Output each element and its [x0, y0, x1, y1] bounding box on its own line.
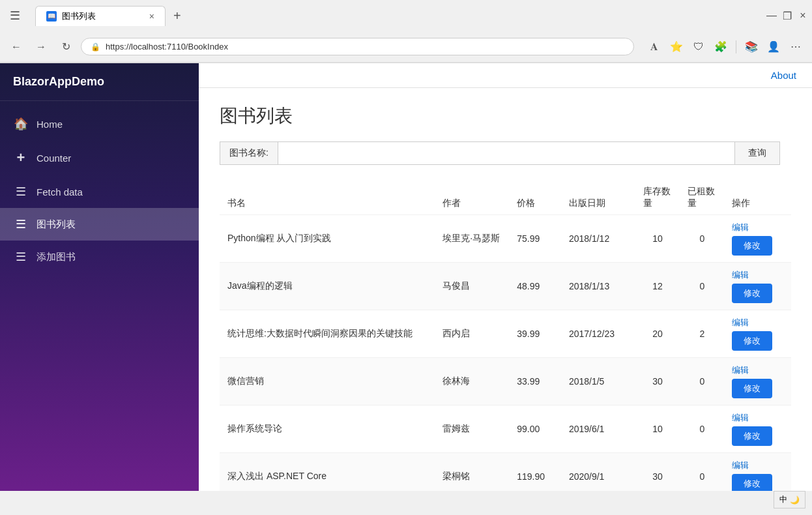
reader-mode-btn[interactable]: 𝐀: [645, 37, 664, 57]
url-text: https://localhost:7110/BookIndex: [106, 42, 228, 52]
table-header-row: 书名 作者 价格 出版日期 库存数 量 已租数: [220, 181, 791, 215]
browser-tab[interactable]: 📖 图书列表 ×: [35, 6, 166, 26]
sidebar-item-fetch-label: Fetch data: [36, 186, 83, 198]
content-area: 图书列表 图书名称: 查询 书名 作者 价格 出版日期: [199, 88, 812, 491]
page-title: 图书列表: [220, 104, 791, 128]
search-button[interactable]: 查询: [734, 142, 779, 164]
browser-chrome: ☰ 📖 图书列表 × + — ❐ × ← → ↻ 🔒 https://local…: [0, 0, 812, 63]
sidebar-toggle-btn[interactable]: ☰: [5, 6, 25, 25]
edit-link[interactable]: 编辑: [732, 222, 749, 233]
more-btn[interactable]: ⋯: [786, 37, 805, 57]
ime-indicator: 中 🌙: [774, 491, 805, 508]
book-list-icon: ☰: [13, 217, 29, 231]
separator: [736, 40, 736, 53]
lock-icon: 🔒: [91, 42, 100, 52]
th-date: 出版日期: [561, 181, 635, 215]
book-price: 39.99: [509, 310, 561, 358]
edit-link[interactable]: 编辑: [732, 460, 749, 471]
favorites-icon-btn[interactable]: ⭐: [667, 37, 686, 57]
sidebar: BlazorAppDemo 🏠 Home + Counter ☰ Fetch d…: [0, 63, 199, 491]
edit-link[interactable]: 编辑: [732, 269, 749, 281]
sidebar-item-book-list[interactable]: ☰ 图书列表: [0, 208, 199, 241]
minimize-btn[interactable]: —: [768, 12, 776, 20]
sidebar-item-add-book[interactable]: ☰ 添加图书: [0, 241, 199, 273]
url-bar[interactable]: 🔒 https://localhost:7110/BookIndex: [81, 38, 634, 55]
book-author: 雷姆兹: [435, 405, 509, 453]
shield-icon-btn[interactable]: 🛡: [689, 37, 708, 57]
book-price: 48.99: [509, 263, 561, 310]
book-date: 2018/1/5: [561, 358, 635, 405]
book-actions: 编辑 修改: [724, 405, 791, 453]
modify-button[interactable]: 修改: [732, 379, 772, 398]
back-btn[interactable]: ←: [7, 37, 26, 57]
sidebar-nav: 🏠 Home + Counter ☰ Fetch data ☰ 图书列表 ☰ 添…: [0, 101, 199, 280]
modify-button[interactable]: 修改: [732, 284, 772, 303]
restore-btn[interactable]: ❐: [783, 12, 791, 20]
book-rented: 0: [680, 405, 724, 453]
collections-btn[interactable]: 📚: [742, 37, 761, 57]
th-rented-label: 已租数 量: [688, 186, 716, 209]
sidebar-item-add-book-label: 添加图书: [36, 251, 76, 263]
book-stock: 10: [635, 215, 680, 263]
sidebar-item-fetch-data[interactable]: ☰ Fetch data: [0, 175, 199, 208]
modify-button[interactable]: 修改: [732, 236, 772, 256]
book-price: 99.00: [509, 405, 561, 453]
plus-icon: +: [13, 149, 29, 166]
modify-button[interactable]: 修改: [732, 331, 772, 351]
th-stock-label: 库存数 量: [643, 186, 672, 209]
sidebar-item-home-label: Home: [36, 119, 63, 130]
app-container: BlazorAppDemo 🏠 Home + Counter ☰ Fetch d…: [0, 63, 812, 491]
fetch-data-icon: ☰: [13, 184, 29, 199]
book-stock: 30: [635, 453, 680, 492]
sidebar-item-counter-label: Counter: [36, 153, 71, 164]
extensions-btn[interactable]: 🧩: [711, 37, 731, 57]
sidebar-brand: BlazorAppDemo: [0, 63, 199, 101]
profile-btn[interactable]: 👤: [764, 37, 783, 57]
book-title: 微信营销: [220, 358, 435, 405]
edit-link[interactable]: 编辑: [732, 412, 749, 424]
sidebar-item-counter[interactable]: + Counter: [0, 140, 199, 175]
th-author: 作者: [435, 181, 509, 215]
about-link[interactable]: About: [771, 70, 796, 81]
book-actions: 编辑 修改: [724, 215, 791, 263]
book-rented: 0: [680, 453, 724, 492]
th-price: 价格: [509, 181, 561, 215]
main-content: About 图书列表 图书名称: 查询 书名 作者 价格 出版日期: [199, 63, 812, 491]
th-action: 操作: [724, 181, 791, 215]
book-title: Python编程 从入门到实践: [220, 215, 435, 263]
tab-title: 图书列表: [62, 10, 96, 22]
book-title: 深入浅出 ASP.NET Core: [220, 453, 435, 492]
table-row: 深入浅出 ASP.NET Core 梁桐铭 119.90 2020/9/1 30…: [220, 453, 791, 492]
book-table: 书名 作者 价格 出版日期 库存数 量 已租数: [220, 181, 791, 491]
book-author: 西内启: [435, 310, 509, 358]
book-date: 2020/9/1: [561, 453, 635, 492]
title-bar: ☰ 📖 图书列表 × + — ❐ ×: [0, 0, 812, 31]
add-book-icon: ☰: [13, 250, 29, 264]
book-actions: 编辑 修改: [724, 310, 791, 358]
book-rented: 2: [680, 310, 724, 358]
th-title: 书名: [220, 181, 435, 215]
book-author: 徐林海: [435, 358, 509, 405]
book-actions: 编辑 修改: [724, 358, 791, 405]
edit-link[interactable]: 编辑: [732, 364, 749, 376]
forward-btn[interactable]: →: [31, 37, 51, 57]
book-price: 33.99: [509, 358, 561, 405]
edit-link[interactable]: 编辑: [732, 317, 749, 329]
book-rented: 0: [680, 263, 724, 310]
modify-button[interactable]: 修改: [732, 426, 772, 446]
sidebar-item-home[interactable]: 🏠 Home: [0, 108, 199, 140]
book-stock: 30: [635, 358, 680, 405]
new-tab-btn[interactable]: +: [168, 6, 186, 26]
th-rented: 已租数 量: [680, 181, 724, 215]
tab-favicon: 📖: [46, 11, 57, 22]
book-title: Java编程的逻辑: [220, 263, 435, 310]
tab-close-btn[interactable]: ×: [149, 11, 154, 22]
search-bar: 图书名称: 查询: [220, 141, 780, 165]
table-row: Python编程 从入门到实践 埃里克·马瑟斯 75.99 2018/1/12 …: [220, 215, 791, 263]
modify-button[interactable]: 修改: [732, 474, 772, 491]
close-btn[interactable]: ×: [799, 12, 807, 20]
search-input[interactable]: [278, 143, 734, 164]
sidebar-item-book-list-label: 图书列表: [36, 218, 76, 231]
refresh-btn[interactable]: ↻: [56, 37, 76, 57]
book-title: 操作系统导论: [220, 405, 435, 453]
